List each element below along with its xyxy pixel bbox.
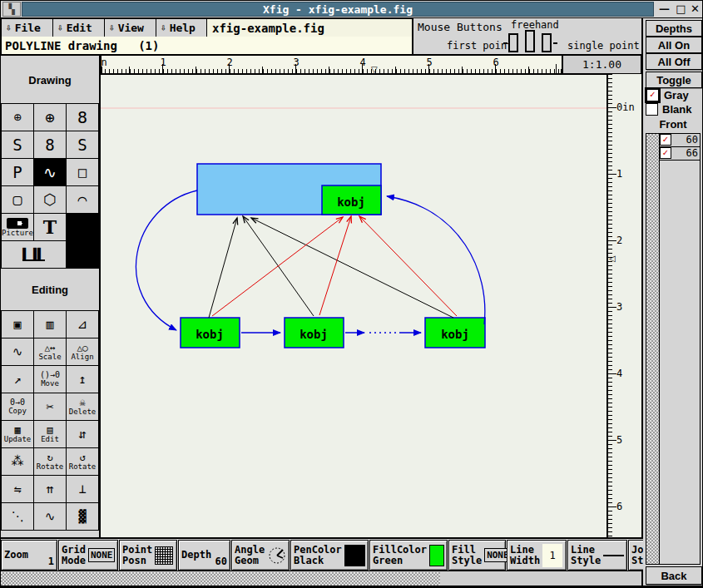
mouse-middle-button-icon <box>525 30 535 52</box>
minimize-button[interactable]: — <box>657 2 671 17</box>
all-off-button[interactable]: All Off <box>646 53 702 70</box>
all-on-button[interactable]: All On <box>646 37 702 53</box>
side-ruler-number: 4 <box>616 368 622 379</box>
depth-item-60[interactable]: ✓ 60 <box>660 134 700 147</box>
update-icon: ▦ <box>14 425 20 435</box>
fill-style-indicator[interactable]: FillStyle NONE <box>448 540 506 571</box>
fill-color-indicator[interactable]: FillColorGreen <box>369 540 448 571</box>
edit-tool[interactable]: ▤Edit <box>34 421 67 448</box>
join-style-indicator[interactable]: JoinStyle <box>628 540 643 571</box>
open-spline-tool[interactable]: ⋱ <box>2 503 34 531</box>
black-arrow-3[interactable] <box>251 218 453 318</box>
line-width-indicator[interactable]: LineWidth 1 <box>507 540 567 571</box>
gray-checkbox[interactable]: ✓ <box>646 88 660 102</box>
canvas-h-scrollbar-thumb[interactable] <box>1 572 440 586</box>
spline-tool[interactable]: S <box>2 131 34 159</box>
select-object-icon: ⊿ <box>77 319 88 331</box>
red-arrow-1[interactable] <box>212 217 343 316</box>
mouse-right-hint: single point <box>567 40 640 52</box>
scale-tool[interactable]: △↔Scale <box>34 338 67 366</box>
menu-edit[interactable]: ⇩ Edit <box>52 18 105 37</box>
convert-spline-tool[interactable]: ⇋ <box>2 476 34 503</box>
drawing-section-title: Drawing <box>1 56 99 103</box>
copy-tool[interactable]: 0→0Copy <box>2 393 34 421</box>
update-tool[interactable]: ▦Update <box>2 421 34 448</box>
gray-checkbox-row[interactable]: ✓ Gray <box>646 88 703 101</box>
depth-indicator[interactable]: Depth 60 <box>178 540 230 571</box>
library-tool[interactable]: ▌▐▌ <box>2 241 67 269</box>
cut-tool[interactable]: ✂ <box>34 393 67 421</box>
side-ruler-number: 6 <box>616 501 622 512</box>
delete-tool[interactable]: ☠Delete <box>67 393 99 421</box>
break-compound-tool[interactable]: ⁂ <box>2 448 34 476</box>
close-button[interactable]: ✕ <box>688 2 702 17</box>
menu-view[interactable]: ⇩ View <box>104 18 156 37</box>
zoom-indicator[interactable]: Zoom 1 <box>1 540 57 571</box>
depth-66-checkbox[interactable]: ✓ <box>660 147 671 159</box>
blank-checkbox[interactable] <box>646 103 658 116</box>
menu-file[interactable]: ⇩ File <box>1 18 53 37</box>
select-compound-dotted-tool[interactable]: ▥ <box>34 311 67 338</box>
box-tool[interactable]: □ <box>67 159 99 186</box>
move-point-tool[interactable]: ↗ <box>2 366 34 393</box>
move-tool[interactable]: ()→0Move <box>34 366 67 393</box>
side-ruler[interactable]: 0in 1 2 3 4 5 6 ◁ <box>606 74 643 537</box>
depth-list: ✓ 60 ✓ 66 <box>646 133 701 565</box>
picture-tool[interactable]: Picture <box>2 214 34 241</box>
text-tool[interactable]: T <box>34 214 67 241</box>
flip-tool[interactable]: ⇵ <box>67 421 99 448</box>
arc-tool[interactable]: ⌒ <box>67 186 99 214</box>
edit-point-tool[interactable]: ∿ <box>2 338 34 366</box>
maximize-button[interactable]: □ <box>674 2 688 17</box>
polyline-tool-selected[interactable]: ∿ <box>34 159 67 186</box>
ellipse-by-radius-tool[interactable]: ⊕ <box>2 104 34 131</box>
back-button[interactable]: Back <box>646 566 702 585</box>
depth-item-66[interactable]: ✓ 66 <box>660 147 700 161</box>
toggle-button[interactable]: Toggle <box>646 72 702 88</box>
polygon-tool[interactable]: P <box>2 159 34 186</box>
select-object-tool[interactable]: ⊿ <box>67 311 99 338</box>
title-bar[interactable]: ▚ Xfig - xfig-example.fig — □ ✕ <box>1 1 703 18</box>
pen-color-indicator[interactable]: PenColorBlack <box>290 540 369 571</box>
depth-60-checkbox[interactable]: ✓ <box>660 134 671 146</box>
arc-box-tool[interactable]: ▢ <box>2 186 34 214</box>
ellipse-by-diameter-tool[interactable]: ⊕ <box>34 104 67 131</box>
depth-list-items: ✓ 60 ✓ 66 <box>660 134 700 564</box>
rotate-cw-tool[interactable]: ↻Rotate <box>34 448 67 476</box>
line-style-indicator[interactable]: LineStyle <box>567 540 627 571</box>
canvas-h-scrollbar[interactable] <box>1 571 641 586</box>
measure-tool[interactable]: ∿ <box>34 503 67 531</box>
align-tool[interactable]: △○Align <box>67 338 99 366</box>
arc-box-icon: ▢ <box>13 192 22 207</box>
grid-mode-indicator[interactable]: GridMode NONE <box>58 540 118 571</box>
top-ruler[interactable]: n 1 2 3 4 5 6 ▽ <box>101 55 562 74</box>
select-compound-tool[interactable]: ▣ <box>2 311 34 338</box>
move-icon: ()→0 <box>40 371 60 379</box>
blue-arc-left[interactable] <box>136 190 197 330</box>
grid-mode-label: GridMode <box>62 545 86 566</box>
canvas[interactable]: kobj kobj kobj kobj <box>101 74 606 537</box>
popup-pole-tool[interactable]: ↥ <box>67 366 99 393</box>
depth-value: 60 <box>215 556 227 569</box>
closed-approx-spline-tool[interactable]: 8 <box>34 131 67 159</box>
depths-button[interactable]: Depths <box>646 20 702 37</box>
area-fill-tool[interactable]: ▓ <box>67 503 99 531</box>
rotate-ccw-tool[interactable]: ↺Rotate <box>67 448 99 476</box>
regular-polygon-tool[interactable]: ⬡ <box>34 186 67 214</box>
ruler-unit-label: n <box>101 57 114 68</box>
approx-spline-tool[interactable]: S <box>67 131 99 159</box>
blue-arc-right[interactable] <box>387 196 485 324</box>
menu-help[interactable]: ⇩ Help <box>156 18 207 37</box>
blank-checkbox-row[interactable]: Blank <box>646 102 703 116</box>
tangent-tool[interactable]: ⊥ <box>67 476 99 503</box>
edit-point-icon: ∿ <box>12 346 23 358</box>
black-arrow-1[interactable] <box>209 218 237 318</box>
smooth-ragged-tool[interactable]: ⇈ <box>34 476 67 503</box>
angle-geom-indicator[interactable]: AngleGeom <box>231 540 290 571</box>
closed-spline-tool[interactable]: 8 <box>67 104 99 131</box>
depth-list-scrollbar[interactable] <box>646 134 660 564</box>
move-label: Move <box>41 379 59 388</box>
point-posn-indicator[interactable]: PointPosn <box>119 540 177 571</box>
red-arrow-3[interactable] <box>359 216 457 316</box>
flip-icon: ⇵ <box>78 428 86 441</box>
